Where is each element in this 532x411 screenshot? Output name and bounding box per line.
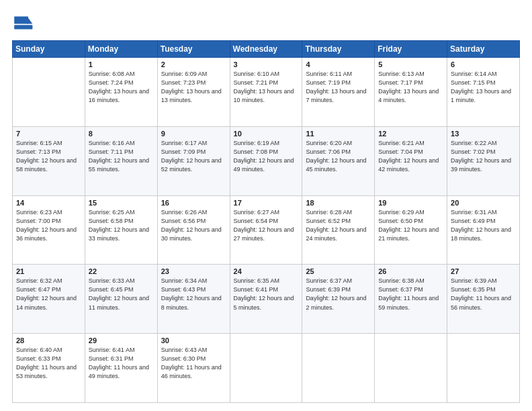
calendar-week-5: 28Sunrise: 6:40 AMSunset: 6:33 PMDayligh… (13, 334, 520, 403)
calendar-cell (302, 334, 375, 403)
calendar-cell: 19Sunrise: 6:29 AMSunset: 6:50 PMDayligh… (375, 195, 447, 265)
day-number: 12 (378, 130, 443, 138)
day-info: Sunrise: 6:22 AMSunset: 7:02 PMDaylight:… (451, 139, 516, 174)
weekday-header-tuesday: Tuesday (157, 41, 230, 58)
calendar-cell: 25Sunrise: 6:37 AMSunset: 6:39 PMDayligh… (302, 265, 375, 334)
day-number: 3 (234, 60, 299, 68)
calendar-cell: 27Sunrise: 6:39 AMSunset: 6:35 PMDayligh… (447, 265, 520, 334)
day-number: 6 (451, 60, 516, 68)
day-number: 22 (89, 267, 154, 275)
calendar-week-3: 14Sunrise: 6:23 AMSunset: 7:00 PMDayligh… (13, 195, 520, 265)
day-number: 26 (378, 267, 443, 275)
day-number: 8 (89, 130, 154, 138)
day-info: Sunrise: 6:40 AMSunset: 6:33 PMDaylight:… (16, 346, 81, 381)
logo (12, 12, 36, 34)
calendar-cell: 5Sunrise: 6:13 AMSunset: 7:17 PMDaylight… (375, 58, 447, 127)
day-info: Sunrise: 6:14 AMSunset: 7:15 PMDaylight:… (451, 70, 516, 105)
day-info: Sunrise: 6:23 AMSunset: 7:00 PMDaylight:… (16, 208, 81, 243)
day-info: Sunrise: 6:43 AMSunset: 6:30 PMDaylight:… (161, 346, 226, 381)
calendar-cell: 22Sunrise: 6:33 AMSunset: 6:45 PMDayligh… (85, 265, 157, 334)
header (12, 12, 520, 34)
calendar-cell: 28Sunrise: 6:40 AMSunset: 6:33 PMDayligh… (13, 334, 85, 403)
day-info: Sunrise: 6:34 AMSunset: 6:43 PMDaylight:… (161, 277, 226, 312)
calendar-cell: 12Sunrise: 6:21 AMSunset: 7:04 PMDayligh… (375, 126, 447, 195)
calendar-cell (375, 334, 447, 403)
calendar-cell: 4Sunrise: 6:11 AMSunset: 7:19 PMDaylight… (302, 58, 375, 127)
day-info: Sunrise: 6:17 AMSunset: 7:09 PMDaylight:… (161, 139, 226, 174)
calendar-cell: 6Sunrise: 6:14 AMSunset: 7:15 PMDaylight… (447, 58, 520, 127)
day-number: 30 (161, 336, 226, 345)
calendar-cell: 3Sunrise: 6:10 AMSunset: 7:21 PMDaylight… (230, 58, 302, 127)
day-info: Sunrise: 6:25 AMSunset: 6:58 PMDaylight:… (89, 208, 154, 243)
day-number: 1 (89, 60, 154, 68)
day-number: 14 (16, 199, 81, 207)
day-number: 19 (378, 199, 443, 207)
calendar-week-4: 21Sunrise: 6:32 AMSunset: 6:47 PMDayligh… (13, 265, 520, 334)
day-number: 15 (89, 199, 154, 207)
calendar-cell: 14Sunrise: 6:23 AMSunset: 7:00 PMDayligh… (13, 195, 85, 265)
calendar-cell: 20Sunrise: 6:31 AMSunset: 6:49 PMDayligh… (447, 195, 520, 265)
day-number: 23 (161, 267, 226, 275)
day-info: Sunrise: 6:32 AMSunset: 6:47 PMDaylight:… (16, 277, 81, 312)
day-number: 20 (451, 199, 516, 207)
day-info: Sunrise: 6:26 AMSunset: 6:56 PMDaylight:… (161, 208, 226, 243)
day-info: Sunrise: 6:27 AMSunset: 6:54 PMDaylight:… (234, 208, 299, 243)
calendar-cell: 11Sunrise: 6:20 AMSunset: 7:06 PMDayligh… (302, 126, 375, 195)
calendar-cell: 18Sunrise: 6:28 AMSunset: 6:52 PMDayligh… (302, 195, 375, 265)
day-info: Sunrise: 6:16 AMSunset: 7:11 PMDaylight:… (89, 139, 154, 174)
weekday-header-row: SundayMondayTuesdayWednesdayThursdayFrid… (13, 41, 520, 58)
day-info: Sunrise: 6:21 AMSunset: 7:04 PMDaylight:… (378, 139, 443, 174)
day-info: Sunrise: 6:08 AMSunset: 7:24 PMDaylight:… (89, 70, 154, 105)
day-number: 5 (378, 60, 443, 68)
calendar-cell: 7Sunrise: 6:15 AMSunset: 7:13 PMDaylight… (13, 126, 85, 195)
day-number: 29 (89, 336, 154, 345)
calendar-cell: 21Sunrise: 6:32 AMSunset: 6:47 PMDayligh… (13, 265, 85, 334)
calendar-cell: 9Sunrise: 6:17 AMSunset: 7:09 PMDaylight… (157, 126, 230, 195)
page: SundayMondayTuesdayWednesdayThursdayFrid… (0, 0, 532, 411)
calendar-cell (447, 334, 520, 403)
day-info: Sunrise: 6:29 AMSunset: 6:50 PMDaylight:… (378, 208, 443, 243)
calendar-cell (230, 334, 302, 403)
day-info: Sunrise: 6:38 AMSunset: 6:37 PMDaylight:… (378, 277, 443, 312)
weekday-header-friday: Friday (375, 41, 447, 58)
day-number: 25 (306, 267, 371, 275)
day-number: 4 (306, 60, 371, 68)
day-info: Sunrise: 6:09 AMSunset: 7:23 PMDaylight:… (161, 70, 226, 105)
day-number: 16 (161, 199, 226, 207)
calendar-cell: 16Sunrise: 6:26 AMSunset: 6:56 PMDayligh… (157, 195, 230, 265)
day-info: Sunrise: 6:10 AMSunset: 7:21 PMDaylight:… (234, 70, 299, 105)
calendar-cell: 2Sunrise: 6:09 AMSunset: 7:23 PMDaylight… (157, 58, 230, 127)
day-number: 10 (234, 130, 299, 138)
day-number: 7 (16, 130, 81, 138)
weekday-header-thursday: Thursday (302, 41, 375, 58)
day-info: Sunrise: 6:15 AMSunset: 7:13 PMDaylight:… (16, 139, 81, 174)
day-info: Sunrise: 6:35 AMSunset: 6:41 PMDaylight:… (234, 277, 299, 312)
calendar-cell: 13Sunrise: 6:22 AMSunset: 7:02 PMDayligh… (447, 126, 520, 195)
logo-icon (12, 12, 34, 34)
day-info: Sunrise: 6:13 AMSunset: 7:17 PMDaylight:… (378, 70, 443, 105)
day-info: Sunrise: 6:20 AMSunset: 7:06 PMDaylight:… (306, 139, 371, 174)
calendar-cell: 10Sunrise: 6:19 AMSunset: 7:08 PMDayligh… (230, 126, 302, 195)
day-info: Sunrise: 6:33 AMSunset: 6:45 PMDaylight:… (89, 277, 154, 312)
day-number: 18 (306, 199, 371, 207)
calendar-cell (13, 58, 85, 127)
day-number: 11 (306, 130, 371, 138)
day-number: 13 (451, 130, 516, 138)
calendar-cell: 1Sunrise: 6:08 AMSunset: 7:24 PMDaylight… (85, 58, 157, 127)
day-info: Sunrise: 6:31 AMSunset: 6:49 PMDaylight:… (451, 208, 516, 243)
day-number: 17 (234, 199, 299, 207)
calendar-cell: 17Sunrise: 6:27 AMSunset: 6:54 PMDayligh… (230, 195, 302, 265)
weekday-header-sunday: Sunday (13, 41, 85, 58)
calendar-week-2: 7Sunrise: 6:15 AMSunset: 7:13 PMDaylight… (13, 126, 520, 195)
calendar-cell: 15Sunrise: 6:25 AMSunset: 6:58 PMDayligh… (85, 195, 157, 265)
day-number: 28 (16, 336, 81, 345)
calendar-cell: 30Sunrise: 6:43 AMSunset: 6:30 PMDayligh… (157, 334, 230, 403)
calendar-cell: 24Sunrise: 6:35 AMSunset: 6:41 PMDayligh… (230, 265, 302, 334)
weekday-header-monday: Monday (85, 41, 157, 58)
calendar-week-1: 1Sunrise: 6:08 AMSunset: 7:24 PMDaylight… (13, 58, 520, 127)
calendar-table: SundayMondayTuesdayWednesdayThursdayFrid… (12, 40, 520, 403)
day-number: 21 (16, 267, 81, 275)
day-number: 2 (161, 60, 226, 68)
calendar-cell: 23Sunrise: 6:34 AMSunset: 6:43 PMDayligh… (157, 265, 230, 334)
svg-rect-1 (14, 16, 28, 24)
